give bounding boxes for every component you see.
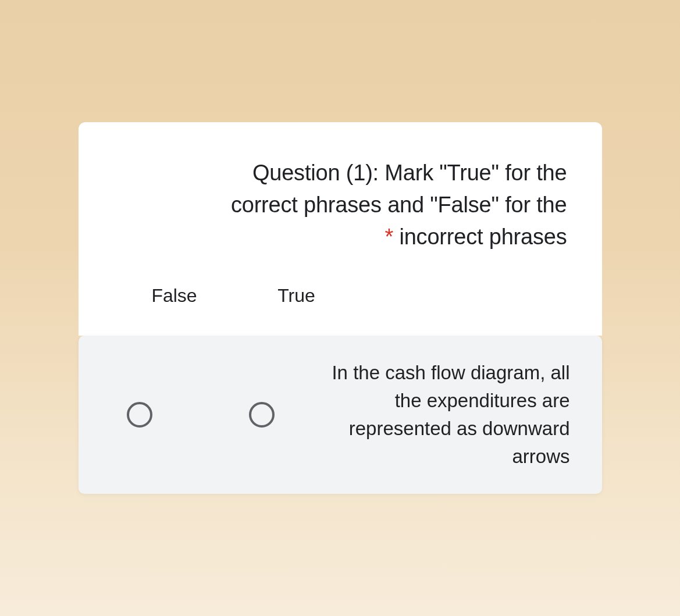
question-row: In the cash flow diagram, all the expend…	[79, 336, 602, 493]
question-title-line2: correct phrases and "False" for the	[231, 193, 567, 217]
question-title-line3: incorrect phrases	[393, 225, 567, 249]
question-title: Question (1): Mark "True" for the correc…	[113, 157, 567, 253]
radio-cell-false	[79, 402, 201, 428]
question-card: Question (1): Mark "True" for the correc…	[79, 122, 602, 494]
radio-option-true[interactable]	[249, 402, 275, 428]
question-title-line1: Question (1): Mark "True" for the	[252, 161, 567, 185]
radio-option-false[interactable]	[127, 402, 152, 428]
column-headers: False True	[113, 285, 567, 312]
required-indicator: *	[384, 225, 393, 249]
question-header-section: Question (1): Mark "True" for the correc…	[79, 122, 602, 336]
row-statement-text: In the cash flow diagram, all the expend…	[323, 359, 590, 470]
column-header-true: True	[236, 285, 358, 307]
radio-cell-true	[201, 402, 323, 428]
column-header-false: False	[113, 285, 236, 307]
